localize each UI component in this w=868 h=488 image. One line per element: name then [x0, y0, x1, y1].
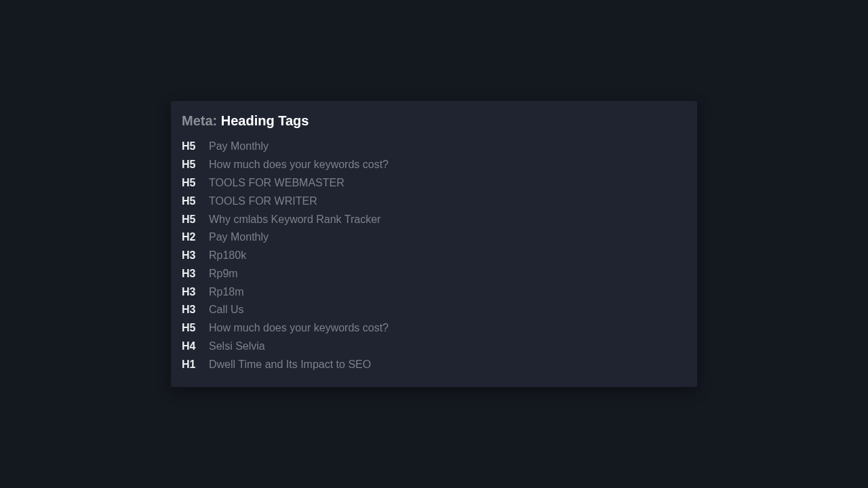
heading-text: How much does your keywords cost?	[209, 321, 389, 336]
heading-tag: H3	[182, 267, 198, 281]
heading-tag: H5	[182, 195, 198, 209]
heading-row: H4 Selsi Selvia	[182, 340, 686, 354]
heading-row: H5 Why cmlabs Keyword Rank Tracker	[182, 213, 686, 227]
panel-title-main: Heading Tags	[221, 113, 309, 128]
panel-title: Meta: Heading Tags	[182, 113, 686, 129]
panel-title-prefix: Meta:	[182, 113, 221, 128]
heading-text: Rp9m	[209, 267, 238, 281]
heading-tag: H4	[182, 340, 198, 354]
heading-row: H3 Rp18m	[182, 285, 686, 300]
heading-row: H5 How much does your keywords cost?	[182, 321, 686, 336]
heading-row: H3 Call Us	[182, 303, 686, 317]
heading-row: H5 How much does your keywords cost?	[182, 158, 686, 172]
heading-row: H3 Rp9m	[182, 267, 686, 281]
heading-tag: H3	[182, 249, 198, 263]
heading-text: Pay Monthly	[209, 140, 269, 154]
heading-tag: H3	[182, 303, 198, 317]
heading-row: H5 Pay Monthly	[182, 140, 686, 154]
heading-text: TOOLS FOR WRITER	[209, 195, 317, 209]
heading-row: H2 Pay Monthly	[182, 230, 686, 245]
heading-text: Dwell Time and Its Impact to SEO	[209, 358, 371, 372]
heading-text: Call Us	[209, 303, 244, 317]
heading-tag: H5	[182, 158, 198, 172]
heading-tags-panel: Meta: Heading Tags H5 Pay Monthly H5 How…	[171, 101, 697, 386]
heading-tag: H1	[182, 358, 198, 372]
heading-text: Rp180k	[209, 249, 246, 263]
heading-tag: H5	[182, 213, 198, 227]
heading-text: Rp18m	[209, 285, 244, 300]
heading-tag: H3	[182, 285, 198, 300]
heading-text: How much does your keywords cost?	[209, 158, 389, 172]
heading-tag: H5	[182, 321, 198, 336]
heading-text: Selsi Selvia	[209, 340, 265, 354]
heading-tag: H2	[182, 230, 198, 245]
heading-text: TOOLS FOR WEBMASTER	[209, 176, 344, 190]
heading-row: H5 TOOLS FOR WRITER	[182, 195, 686, 209]
heading-row: H5 TOOLS FOR WEBMASTER	[182, 176, 686, 190]
heading-row: H3 Rp180k	[182, 249, 686, 263]
heading-tag: H5	[182, 140, 198, 154]
heading-text: Why cmlabs Keyword Rank Tracker	[209, 213, 380, 227]
heading-text: Pay Monthly	[209, 230, 269, 245]
heading-rows: H5 Pay Monthly H5 How much does your key…	[182, 140, 686, 371]
heading-row: H1 Dwell Time and Its Impact to SEO	[182, 358, 686, 372]
heading-tag: H5	[182, 176, 198, 190]
